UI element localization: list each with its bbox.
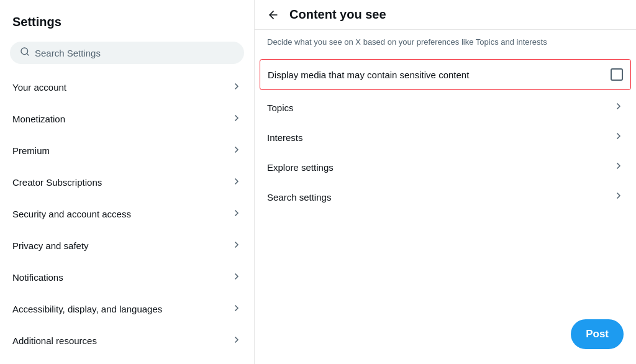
settings-item-chevron-topics [614,101,624,114]
back-button[interactable] [267,9,279,21]
settings-item-label-topics: Topics [267,102,294,113]
settings-item-chevron-interests [614,131,624,143]
sidebar-item-creator-subscriptions[interactable]: Creator Subscriptions [0,166,254,198]
content-subtitle: Decide what you see on X based on your p… [255,30,636,54]
settings-list: Topics Interests Explore settings Sear [255,93,636,212]
settings-item-label-search-settings: Search settings [267,192,331,202]
settings-item-explore-settings[interactable]: Explore settings [260,152,631,182]
chevron-right-icon-creator-subscriptions [232,176,242,188]
sidebar-item-label-premium: Premium [12,145,50,156]
content-title: Content you see [289,7,386,22]
settings-item-chevron-explore-settings [614,161,624,173]
sidebar-item-label-your-account: Your account [12,82,66,93]
main-container: Settings Your account [0,0,636,364]
chevron-right-icon-premium [232,145,242,157]
content-area: Content you see Decide what you see on X… [255,0,636,364]
sidebar-item-label-additional-resources: Additional resources [12,335,97,346]
chevron-right-icon-additional-resources [232,335,242,347]
sidebar-item-monetization[interactable]: Monetization [0,103,254,135]
sidebar-item-security-and-account-access[interactable]: Security and account access [0,198,254,230]
settings-item-search-settings[interactable]: Search settings [260,182,631,212]
sidebar-item-label-monetization: Monetization [12,114,65,124]
chevron-right-icon-accessibility-display-languages [232,303,242,315]
chevron-right-icon-your-account [232,81,242,93]
sidebar-item-your-account[interactable]: Your account [0,71,254,103]
sidebar-item-label-security-and-account-access: Security and account access [12,209,131,219]
search-box [10,42,244,64]
sidebar-item-accessibility-display-languages[interactable]: Accessibility, display, and languages [0,293,254,325]
sidebar-item-privacy-and-safety[interactable]: Privacy and safety [0,230,254,262]
sidebar-item-notifications[interactable]: Notifications [0,262,254,293]
settings-item-interests[interactable]: Interests [260,122,631,152]
sensitive-content-label: Display media that may contain sensitive… [268,70,469,80]
chevron-right-icon-notifications [232,271,242,283]
sidebar-item-additional-resources[interactable]: Additional resources [0,325,254,354]
search-container [0,37,254,71]
sidebar-title: Settings [0,10,254,37]
search-input[interactable] [35,48,234,58]
settings-item-chevron-search-settings [614,191,624,203]
chevron-right-icon-privacy-and-safety [232,240,242,252]
settings-item-topics[interactable]: Topics [260,93,631,122]
chevron-right-icon-security-and-account-access [232,208,242,220]
sidebar-item-premium[interactable]: Premium [0,135,254,166]
sidebar-item-label-notifications: Notifications [12,272,63,283]
sensitive-content-checkbox[interactable] [611,68,623,81]
sidebar-nav: Your account Monetization Premium Crea [0,71,254,354]
svg-line-1 [27,53,29,55]
sidebar-item-label-creator-subscriptions: Creator Subscriptions [12,177,102,188]
settings-item-label-explore-settings: Explore settings [267,162,334,173]
sidebar-item-label-accessibility-display-languages: Accessibility, display, and languages [12,304,162,314]
post-button[interactable]: Post [571,319,624,349]
sensitive-content-item[interactable]: Display media that may contain sensitive… [260,59,631,90]
settings-item-label-interests: Interests [267,132,303,143]
chevron-right-icon-monetization [232,113,242,125]
search-icon [20,47,30,59]
content-header: Content you see [255,0,636,30]
sidebar: Settings Your account [0,0,255,364]
sidebar-item-label-privacy-and-safety: Privacy and safety [12,240,89,251]
